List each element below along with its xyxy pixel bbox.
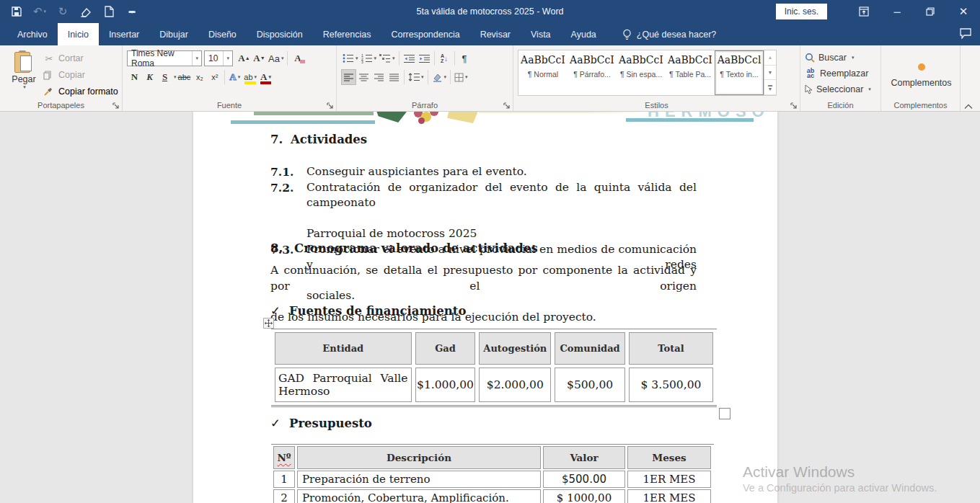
tab-revisar[interactable]: Revisar — [470, 23, 521, 45]
table-row: 1 Preparación de terreno $500.00 1ER MES — [273, 471, 711, 488]
find-button[interactable]: Buscar▾ — [805, 50, 878, 65]
show-marks-button[interactable]: ¶ — [457, 50, 472, 66]
tab-disposicion[interactable]: Disposición — [247, 23, 313, 45]
tab-archivo[interactable]: Archivo — [7, 23, 58, 45]
tab-referencias[interactable]: Referencias — [313, 23, 381, 45]
grow-font-button[interactable]: A▲ — [237, 50, 252, 66]
borders-button[interactable]: ▾ — [453, 69, 469, 85]
style-preview: AaBbCcI — [570, 54, 614, 66]
restore-button[interactable] — [918, 0, 943, 23]
close-button[interactable]: ✕ — [951, 0, 976, 23]
numbering-button[interactable]: 123▾ — [360, 50, 379, 66]
tab-dibujar[interactable]: Dibujar — [149, 23, 198, 45]
copy-button[interactable]: Copiar — [43, 68, 118, 82]
strikethrough-button[interactable]: abc — [177, 69, 193, 85]
list-item-text: Contratación de organizador del evento d… — [306, 180, 697, 227]
gallery-down-icon[interactable]: ▼ — [764, 66, 776, 81]
tab-insertar[interactable]: Insertar — [99, 23, 149, 45]
scissors-icon: ✂ — [43, 53, 55, 64]
tab-ayuda[interactable]: Ayuda — [561, 23, 606, 45]
ribbon-display-options-icon[interactable] — [852, 0, 876, 23]
ribbon-tab-row: Archivo Inicio Insertar Dibujar Diseño D… — [0, 23, 980, 45]
replace-button[interactable]: abac Reemplazar — [805, 66, 878, 81]
style-preview: AaBbCcI — [521, 54, 565, 66]
clear-formatting-button[interactable]: A — [290, 50, 305, 66]
shading-button[interactable]: ▾ — [431, 69, 449, 85]
subscript-button[interactable]: x₂ — [192, 69, 207, 85]
tab-correspondencia[interactable]: Correspondencia — [381, 23, 469, 45]
table-resize-handle[interactable] — [719, 408, 730, 419]
new-document-icon[interactable] — [102, 4, 115, 19]
style-texto-independiente[interactable]: AaBbCcl ¶ Texto in... — [715, 50, 764, 95]
collapse-ribbon-icon[interactable] — [964, 104, 973, 110]
checkmark-icon: ✓ — [270, 304, 289, 318]
paste-button[interactable]: Pegar ▾ — [4, 49, 43, 99]
dialog-launcher-icon[interactable] — [503, 102, 511, 110]
gallery-up-icon[interactable]: ▲ — [764, 50, 776, 66]
gallery-more-icon[interactable]: ▬▼ — [764, 80, 776, 95]
line-spacing-button[interactable]: ▾ — [407, 69, 425, 85]
italic-button[interactable]: K — [142, 69, 157, 85]
multilevel-list-button[interactable]: ▾ — [378, 50, 397, 66]
font-size-value: 10 — [208, 53, 218, 63]
highlight-button[interactable]: ab▾ — [242, 69, 258, 85]
addins-button[interactable]: Complementos — [886, 49, 957, 99]
style-normal[interactable]: AaBbCcI ¶ Normal — [518, 50, 568, 95]
table-move-handle[interactable] — [263, 318, 274, 329]
feedback-icon[interactable] — [960, 28, 971, 39]
cell-numero: 2 — [273, 489, 295, 503]
text-effects-button[interactable]: A▾ — [227, 69, 242, 85]
group-label-edicion: Edición — [800, 101, 880, 110]
align-right-button[interactable] — [371, 69, 387, 85]
style-table-paragraph[interactable]: AaBbCcI ¶ Table Pa... — [666, 50, 715, 95]
change-case-button[interactable]: Aa▾ — [267, 50, 285, 66]
cut-button[interactable]: ✂Cortar — [43, 51, 118, 66]
dialog-launcher-icon[interactable] — [790, 102, 798, 110]
font-name-combo[interactable]: Times New Roma▾ — [127, 50, 202, 66]
document-page[interactable]: HERMOSO 7. Actividades 7.1. Conseguir au… — [193, 112, 777, 503]
increase-indent-button[interactable] — [417, 50, 432, 66]
heading-number: 7. — [270, 133, 291, 146]
chevron-down-icon: ▾ — [223, 51, 232, 66]
col-header-numero: Nº — [273, 446, 295, 469]
pilcrow-icon: ¶ — [720, 70, 724, 79]
bold-button[interactable]: N — [127, 69, 142, 85]
align-center-button[interactable] — [356, 69, 371, 85]
style-sin-espaciado[interactable]: AaBbCcI ¶ Sin espa... — [617, 50, 666, 95]
superscript-button[interactable]: x² — [207, 69, 222, 85]
tab-inicio[interactable]: Inicio — [58, 23, 99, 45]
underline-button[interactable]: S — [157, 69, 172, 85]
heading-text: Presupuesto — [289, 417, 372, 430]
col-header-text: Nº — [277, 452, 291, 463]
style-preview: AaBbCcl — [718, 54, 762, 66]
sign-in-button[interactable]: Inic. ses. — [776, 4, 827, 19]
eraser-icon[interactable] — [79, 4, 92, 19]
save-icon[interactable] — [10, 4, 23, 19]
shrink-font-button[interactable]: A▼ — [252, 50, 267, 66]
dialog-launcher-icon[interactable] — [327, 102, 334, 110]
format-painter-button[interactable]: Copiar formato — [43, 84, 118, 99]
font-color-button[interactable]: A▾ — [258, 69, 273, 85]
justify-button[interactable] — [387, 69, 402, 85]
minimize-button[interactable]: ─ — [885, 0, 909, 23]
undo-icon[interactable]: ↶▾ — [33, 4, 46, 19]
customize-qat-icon[interactable]: ▬▾ — [125, 4, 138, 19]
dialog-launcher-icon[interactable] — [112, 102, 120, 110]
select-button[interactable]: Seleccionar▾ — [805, 81, 878, 97]
tell-me-box[interactable]: ¿Qué desea hacer? — [622, 23, 717, 45]
search-icon — [805, 53, 815, 63]
document-canvas[interactable]: HERMOSO 7. Actividades 7.1. Conseguir au… — [0, 112, 980, 503]
decrease-indent-button[interactable] — [402, 50, 417, 66]
tab-vista[interactable]: Vista — [521, 23, 561, 45]
budget-table[interactable]: Nº Descripción Valor Meses 1 Preparación… — [271, 444, 714, 503]
tab-diseno[interactable]: Diseño — [198, 23, 247, 45]
funding-table[interactable]: Entidad Gad Autogestión Comunidad Total … — [271, 329, 717, 407]
sort-button[interactable]: AZ↓ — [437, 50, 452, 66]
cell-numero: 1 — [273, 471, 295, 488]
redo-icon[interactable]: ↻ — [56, 4, 69, 19]
font-size-combo[interactable]: 10▾ — [204, 50, 233, 66]
group-label-portapapeles: Portapapeles — [0, 101, 122, 110]
align-left-button[interactable] — [341, 69, 356, 85]
bullets-button[interactable]: ▾ — [341, 50, 360, 66]
style-parrafo[interactable]: AaBbCcI ¶ Párrafo... — [568, 50, 617, 95]
